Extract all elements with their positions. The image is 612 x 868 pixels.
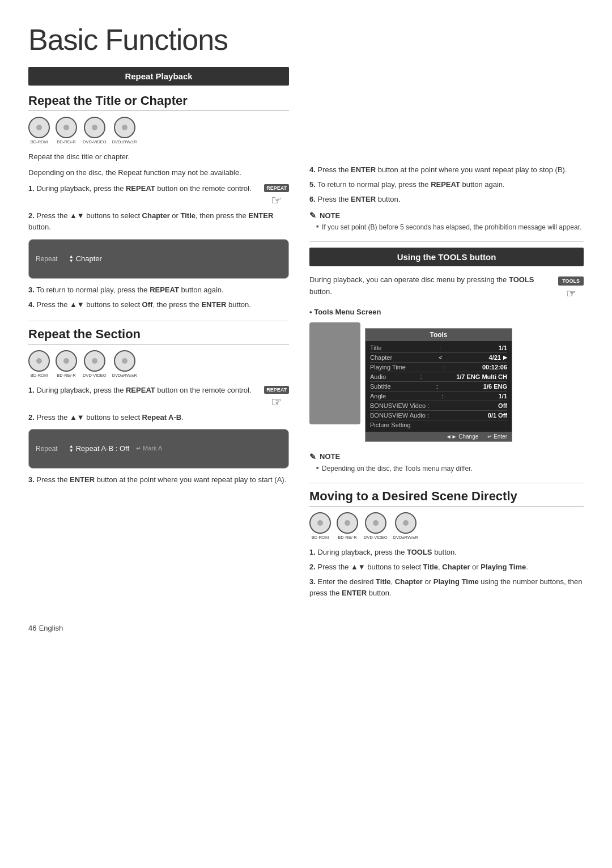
chapter-screen: Repeat ▲▼ Chapter [28, 239, 289, 279]
disc-icon-dvdvideo: DVD-VIDEO [83, 117, 107, 144]
disc-icon-dvdrw: DVD±RW/±R [112, 117, 137, 144]
tools-header: Using the TOOLS button [309, 248, 584, 266]
step2-label: 2. Press the ▲▼ buttons to select Chapte… [28, 211, 273, 231]
disc-icon-dvdrw-2: DVD±RW/±R [112, 350, 137, 378]
section-step2: 2. Press the ▲▼ buttons to select Repeat… [28, 412, 289, 423]
scene-step2: 2. Press the ▲▼ buttons to select Title,… [309, 561, 584, 573]
tools-row-audio: Audio : 1/7 ENG Multi CH [370, 372, 507, 382]
tools-row-angle: Angle : 1/1 [370, 392, 507, 401]
disc-icons-title: BD-ROM BD-RE/-R DVD-VIDEO DVD±RW/±R [28, 117, 289, 144]
note-icon-1: ✎ [309, 211, 316, 220]
step4-label: 4. Press the ▲▼ buttons to select Off, t… [28, 299, 289, 310]
right-step5: 5. To return to normal play, press the R… [309, 179, 584, 190]
tools-row-subtitle: Subtitle : 1/6 ENG [370, 382, 507, 392]
disc-icon-bdrom: BD-ROM [28, 117, 50, 144]
step1-label: 1. During playback, press the REPEAT but… [28, 184, 252, 193]
body-text-2: Depending on the disc, the Repeat functi… [28, 167, 289, 178]
tools-icon-label: TOOLS [558, 276, 584, 286]
tools-row-playing-time: Playing Time : 00:12:06 [370, 363, 507, 372]
tools-screen: Tools Title : 1/1 Chapter < 4/21 ▶ [309, 322, 584, 448]
tools-hand-icon: ☞ [566, 288, 576, 299]
tools-row-chapter: Chapter < 4/21 ▶ [370, 353, 507, 363]
page-footer: 46 English [28, 623, 584, 632]
tools-footer: ◄► Change ↵ Enter [366, 432, 512, 441]
note-item-1: If you set point (B) before 5 seconds ha… [316, 222, 584, 232]
tools-panel: Tools Title : 1/1 Chapter < 4/21 ▶ [365, 328, 512, 442]
disc-icons-section: BD-ROM BD-RE/-R DVD-VIDEO DVD±RW/±R [28, 350, 289, 378]
tools-row-picture: Picture Setting [370, 420, 507, 429]
note-item-2: Depending on the disc, the Tools menu ma… [316, 463, 584, 474]
tools-row-title: Title : 1/1 [370, 343, 507, 353]
scene-step3: 3. Enter the desired Title, Chapter or P… [309, 576, 584, 599]
note-label-1: NOTE [320, 211, 340, 220]
disc-icon-bdrom-2: BD-ROM [28, 350, 50, 378]
note-section-2: ✎ NOTE Depending on the disc, the Tools … [309, 452, 584, 474]
disc-icons-scene: BD-ROM BD-RE/-R DVD-VIDEO DVD±RW/±R [309, 512, 584, 540]
scene-step1: 1. During playback, press the TOOLS butt… [309, 547, 584, 558]
disc-icon-bdrer-3: BD-RE/-R [337, 512, 358, 540]
tools-body: During playback, you can operate disc me… [309, 274, 552, 297]
note-icon-2: ✎ [309, 452, 316, 461]
title-chapter-heading: Repeat the Title or Chapter [28, 93, 289, 111]
disc-icon-dvdvideo-2: DVD-VIDEO [83, 350, 107, 378]
right-step4: 4. Press the ENTER button at the point w… [309, 164, 584, 176]
repeat-playback-header: Repeat Playback [28, 67, 289, 86]
section-step1: 1. During playback, press the REPEAT but… [28, 386, 252, 394]
disc-icon-bdrom-3: BD-ROM [309, 512, 331, 540]
repeat-icon-2: REPEAT [264, 386, 289, 394]
tools-panel-title: Tools [366, 329, 512, 341]
hand-icon-2: ☞ [271, 396, 282, 409]
scene-heading: Moving to a Desired Scene Directly [309, 489, 584, 507]
right-step6: 6. Press the ENTER button. [309, 194, 584, 205]
disc-icon-dvdrw-3: DVD±RW/±R [393, 512, 418, 540]
tools-row-bonusview-video: BONUSVIEW Video : Off [370, 401, 507, 411]
disc-icon-bdrer-2: BD-RE/-R [56, 350, 77, 378]
page-title: Basic Functions [28, 23, 584, 57]
note-section-1: ✎ NOTE If you set point (B) before 5 sec… [309, 211, 584, 232]
hand-icon: ☞ [271, 194, 282, 207]
note-label-2: NOTE [320, 452, 340, 461]
tools-row-bonusview-audio: BONUSVIEW Audio : 0/1 Off [370, 411, 507, 420]
disc-icon-dvdvideo-3: DVD-VIDEO [364, 512, 388, 540]
step3-label: 3. To return to normal play, press the R… [28, 284, 289, 296]
disc-icon-bdrer: BD-RE/-R [56, 117, 77, 144]
repeat-section-heading: Repeat the Section [28, 327, 289, 344]
body-text-1: Repeat the disc title or chapter. [28, 151, 289, 163]
section-step3: 3. Press the ENTER button at the point w… [28, 474, 289, 486]
tools-menu-bullet: • Tools Menu Screen [309, 307, 584, 318]
repeat-icon: REPEAT [264, 184, 289, 192]
ab-screen: Repeat ▲▼ Repeat A-B : Off ↵ Mark A [28, 429, 289, 469]
